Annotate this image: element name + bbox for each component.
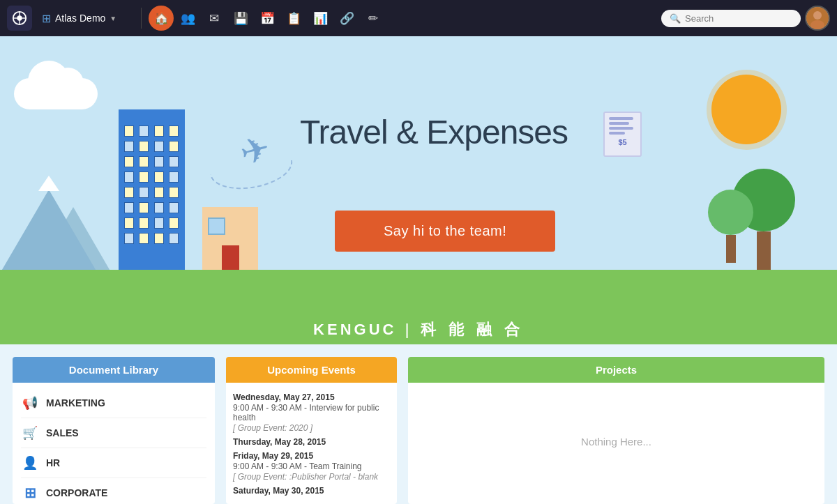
content-area: Document Library 📢 MARKETING 🛒 SALES 👤 H…: [0, 344, 837, 504]
hr-icon: 👤: [21, 454, 39, 472]
events-list[interactable]: Wednesday, May 27, 2015 9:00 AM - 9:30 A…: [226, 383, 397, 501]
brand-text-en: KENGUC: [313, 321, 396, 339]
mountain-snow: [38, 176, 59, 191]
event-text-1: 9:00 AM - 9:30 AM - Interview for public…: [233, 403, 390, 422]
projects-panel: Projects Nothing Here...: [408, 357, 824, 504]
events-header: Upcoming Events: [226, 357, 397, 383]
doc-item-marketing[interactable]: 📢 MARKETING: [21, 388, 206, 418]
avatar[interactable]: [805, 6, 830, 31]
chevron-down-icon: ▼: [110, 15, 116, 22]
nav-icons: 🏠 👥 ✉ 💾 📅 📋 📊 🔗 ✏: [149, 6, 386, 31]
link-button[interactable]: 🔗: [334, 6, 359, 31]
hero-section: ✈ $5 Travel & Expenses Say hi to the tea…: [0, 36, 837, 315]
search-icon: 🔍: [670, 13, 681, 24]
home-button[interactable]: 🏠: [149, 6, 174, 31]
notes-button[interactable]: 📋: [281, 6, 306, 31]
event-group-3: [ Group Event: :Publisher Portal - blank: [233, 472, 390, 482]
projects-empty-text: Nothing Here...: [581, 436, 651, 448]
tree-small: [708, 190, 753, 263]
calendar-button[interactable]: 📅: [255, 6, 280, 31]
shop-window: [208, 217, 225, 235]
hero-title: Travel & Expenses: [300, 113, 568, 151]
ground: [0, 270, 837, 315]
event-group-1: [ Group Event: 2020 ]: [233, 423, 390, 433]
shop-door: [222, 245, 239, 270]
doc-item-corporate[interactable]: ⊞ CORPORATE: [21, 478, 206, 504]
cta-button[interactable]: Say hi to the team!: [335, 211, 555, 252]
nav-divider: [141, 8, 142, 29]
brand-text-cn: 科 能 融 合: [421, 319, 524, 340]
building-windows: [119, 120, 185, 250]
event-date-2: Thursday, May 28, 2015: [233, 437, 390, 447]
app-logo[interactable]: [7, 6, 32, 31]
event-date-4: Saturday, May 30, 2015: [233, 486, 390, 496]
projects-body: Nothing Here...: [408, 383, 824, 501]
events-panel: Upcoming Events Wednesday, May 27, 2015 …: [226, 357, 397, 504]
marketing-label: MARKETING: [46, 397, 105, 408]
mountain-front: [0, 190, 98, 273]
grid-icon: ⊞: [42, 12, 51, 25]
doc-item-sales[interactable]: 🛒 SALES: [21, 418, 206, 448]
sun: [711, 75, 781, 144]
search-box[interactable]: 🔍: [661, 10, 801, 27]
cloud: [14, 78, 98, 109]
pen-button[interactable]: ✏: [361, 6, 386, 31]
document-icon: $5: [603, 112, 642, 157]
building: [119, 109, 185, 270]
corporate-icon: ⊞: [21, 484, 39, 502]
hr-label: HR: [46, 457, 60, 468]
app-selector[interactable]: ⊞ Atlas Demo ▼: [36, 9, 134, 28]
corporate-label: CORPORATE: [46, 487, 107, 498]
projects-header: Projects: [408, 357, 824, 383]
event-date-5: Sunday, May 31, 2015: [233, 500, 390, 501]
search-input[interactable]: [685, 13, 792, 24]
doc-library-panel: Document Library 📢 MARKETING 🛒 SALES 👤 H…: [13, 357, 215, 504]
navbar: ⊞ Atlas Demo ▼ 🏠 👥 ✉ 💾 📅 📋 📊 🔗 ✏ 🔍: [0, 0, 837, 36]
sales-label: SALES: [46, 427, 79, 438]
save-button[interactable]: 💾: [228, 6, 253, 31]
svg-point-5: [813, 11, 822, 20]
chart-button[interactable]: 📊: [308, 6, 333, 31]
event-text-3: 9:00 AM - 9:30 AM - Team Training: [233, 461, 390, 471]
brand-separator: |: [405, 321, 412, 339]
mail-button[interactable]: ✉: [202, 6, 227, 31]
event-date-1: Wednesday, May 27, 2015: [233, 392, 390, 402]
app-name: Atlas Demo: [55, 13, 105, 24]
people-button[interactable]: 👥: [175, 6, 200, 31]
doc-item-hr[interactable]: 👤 HR: [21, 448, 206, 478]
event-date-3: Friday, May 29, 2015: [233, 451, 390, 461]
doc-library-list: 📢 MARKETING 🛒 SALES 👤 HR ⊞ CORPORATE ≡ C…: [13, 383, 215, 504]
marketing-icon: 📢: [21, 394, 39, 412]
brand-bar: KENGUC | 科 能 融 合: [0, 315, 837, 344]
sales-icon: 🛒: [21, 424, 39, 442]
shop: [202, 207, 258, 270]
doc-library-header: Document Library: [13, 357, 215, 383]
